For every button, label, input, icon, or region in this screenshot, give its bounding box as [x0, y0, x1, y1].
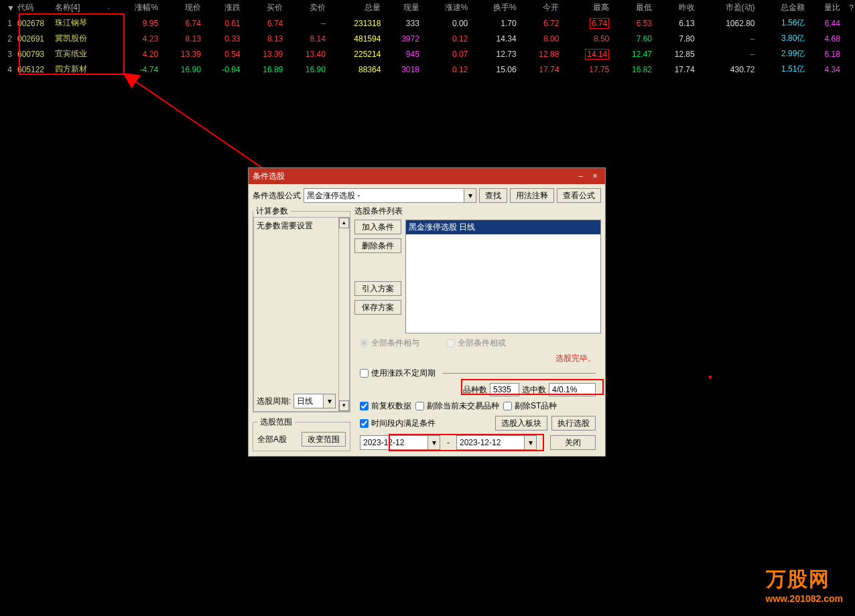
find-button[interactable]: 查找 [479, 188, 507, 203]
radio-or[interactable]: 全部条件相或 [446, 337, 506, 349]
date-to-value: 2023-12-12 [460, 438, 501, 447]
col-header[interactable]: 涨幅% [111, 0, 159, 15]
minimize-icon[interactable]: – [575, 171, 587, 181]
date-to[interactable]: 2023-12-12 ▾ [456, 435, 537, 450]
brand-name: 万股网 [766, 566, 843, 593]
col-header[interactable]: 代码 [16, 0, 54, 15]
col-header[interactable]: 昨收 [653, 0, 696, 15]
scope-fieldset: 选股范围 全部A股 改变范围 [253, 416, 350, 451]
table-row[interactable]: 1002678珠江钢琴9.956.740.616.74–2313183330.0… [0, 15, 855, 31]
col-header[interactable]: 涨跌 [202, 0, 242, 15]
table-row[interactable]: 2002691冀凯股份4.238.130.338.138.14481594397… [0, 31, 855, 46]
col-header[interactable]: 现量 [382, 0, 420, 15]
view-formula-button[interactable]: 查看公式 [557, 188, 601, 203]
save-plan-button[interactable]: 保存方案 [354, 300, 401, 315]
col-header[interactable]: ▼ [0, 0, 16, 15]
done-text: 选股完毕。 [354, 353, 601, 364]
col-header[interactable]: 现价 [159, 0, 202, 15]
params-legend: 计算参数 [253, 206, 291, 217]
chevron-down-icon[interactable]: ▾ [323, 394, 335, 408]
dialog-title: 条件选股 [253, 171, 285, 182]
dialog-stock-selector: 条件选股 – × 条件选股公式 黑金涨停选股 - ▾ 查找 用法注释 查看公式 … [248, 167, 606, 457]
params-empty-text: 无参数需要设置 [257, 221, 313, 230]
cond-list-title: 选股条件列表 [354, 206, 601, 217]
chk-time-range[interactable]: 时间段内满足条件 [360, 418, 436, 429]
dialog-titlebar[interactable]: 条件选股 – × [249, 168, 605, 184]
chevron-down-icon[interactable]: ▾ [524, 436, 536, 449]
col-header[interactable]: 换手% [469, 0, 517, 15]
col-header[interactable]: 卖价 [284, 0, 327, 15]
chevron-down-icon[interactable]: ▾ [428, 436, 440, 449]
col-header[interactable]: 量比 [806, 0, 841, 15]
col-header[interactable]: ? [842, 0, 855, 15]
condition-item[interactable]: 黑金涨停选股 日线 [406, 220, 600, 234]
col-header[interactable]: 最低 [610, 0, 653, 15]
delete-condition-button[interactable]: 删除条件 [354, 238, 401, 253]
change-scope-button[interactable]: 改变范围 [302, 432, 346, 447]
stock-table: ▼代码名称[4]·涨幅%现价涨跌买价卖价总量现量涨速%换手%今开最高最低昨收市盈… [0, 0, 855, 77]
hit-value: 4/0.1% [549, 383, 596, 396]
col-header[interactable]: 买价 [242, 0, 285, 15]
count-label: 品种数 [463, 384, 487, 396]
col-header[interactable]: 涨速% [421, 0, 469, 15]
params-area: 无参数需要设置 选股周期: 日线 ▾ [253, 217, 339, 412]
count-value: 5335 [490, 383, 519, 396]
close-button[interactable]: 关闭 [550, 435, 596, 450]
col-header[interactable]: 总量 [327, 0, 382, 15]
close-icon[interactable]: × [589, 171, 601, 181]
brand-url: www.201082.com [766, 593, 843, 604]
import-plan-button[interactable]: 引入方案 [354, 281, 401, 296]
add-condition-button[interactable]: 加入条件 [354, 220, 401, 234]
chevron-down-icon[interactable]: ▾ [464, 189, 476, 202]
col-header[interactable]: 今开 [518, 0, 561, 15]
usage-button[interactable]: 用法注释 [510, 188, 554, 203]
chk-forward-adjust[interactable]: 前复权数据 [360, 400, 411, 412]
date-separator: - [447, 438, 450, 447]
date-from[interactable]: 2023-12-12 ▾ [360, 435, 440, 450]
period-combo[interactable]: 日线 ▾ [293, 394, 336, 408]
chk-remove-st[interactable]: 剔除ST品种 [503, 400, 557, 412]
condition-list[interactable]: 黑金涨停选股 日线 [405, 220, 601, 333]
scroll-down-icon[interactable]: ▾ [339, 400, 349, 411]
run-selection-button[interactable]: 执行选股 [551, 416, 596, 431]
col-header[interactable]: 名称[4] [54, 0, 102, 15]
scope-legend: 选股范围 [257, 416, 295, 428]
brand-watermark: 万股网 www.201082.com [766, 566, 843, 604]
period-label: 选股周期: [257, 396, 291, 407]
to-block-button[interactable]: 选股入板块 [495, 416, 547, 431]
formula-combo[interactable]: 黑金涨停选股 - ▾ [304, 188, 476, 203]
period-value: 日线 [297, 396, 313, 407]
table-row[interactable]: 4605122四方新材-4.7416.90-0.8416.8916.908836… [0, 62, 855, 77]
col-header[interactable]: 总金额 [757, 0, 807, 15]
col-header[interactable]: · [102, 0, 111, 15]
formula-value: 黑金涨停选股 - [307, 190, 360, 202]
hit-label: 选中数 [522, 384, 546, 396]
table-row[interactable]: 3600793宜宾纸业4.2013.390.5413.3913.40225214… [0, 46, 855, 62]
col-header[interactable]: 最高 [560, 0, 610, 15]
scroll-up-icon[interactable]: ▴ [339, 218, 349, 228]
chk-uncertain-period[interactable]: 使用涨跌不定周期 [360, 368, 436, 379]
chk-remove-notrading[interactable]: 剔除当前未交易品种 [415, 400, 499, 412]
table-header-row: ▼代码名称[4]·涨幅%现价涨跌买价卖价总量现量涨速%换手%今开最高最低昨收市盈… [0, 0, 855, 15]
scrollbar[interactable]: ▴ ▾ [339, 217, 350, 412]
col-header[interactable]: 市盈(动) [696, 0, 757, 15]
scope-value: 全部A股 [257, 434, 298, 445]
formula-label: 条件选股公式 [253, 190, 301, 202]
date-from-value: 2023-12-12 [363, 438, 404, 447]
radio-and[interactable]: 全部条件相与 [360, 337, 419, 349]
